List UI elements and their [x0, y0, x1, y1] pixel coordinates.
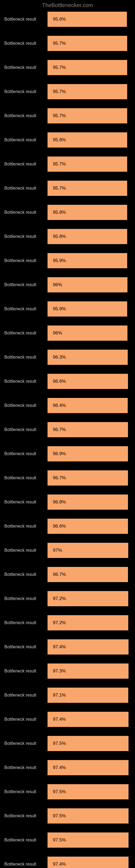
bar: 95.7%	[48, 181, 127, 196]
chart-row: Bottleneck result95.8%	[0, 229, 135, 244]
row-label: Bottleneck result	[4, 669, 48, 674]
row-label: Bottleneck result	[4, 572, 48, 577]
bar-value: 97.4%	[53, 862, 66, 867]
bar: 96.7%	[48, 470, 128, 486]
bar-value: 95.8%	[53, 210, 66, 215]
chart-container: TheBottlenecker.com Bottleneck result95.…	[0, 0, 135, 868]
chart-row: Bottleneck result95.7%	[0, 181, 135, 196]
bar-container: 97.4%	[48, 760, 131, 775]
bar: 96.3%	[48, 350, 128, 365]
row-label: Bottleneck result	[4, 210, 48, 215]
bar-container: 96%	[48, 277, 131, 292]
chart-row: Bottleneck result97.4%	[0, 760, 135, 775]
row-label: Bottleneck result	[4, 282, 48, 287]
chart-row: Bottleneck result95.9%	[0, 253, 135, 268]
bar-value: 95.6%	[53, 17, 66, 22]
bar-container: 97.5%	[48, 736, 131, 751]
bar: 97.4%	[48, 760, 129, 775]
chart-row: Bottleneck result96.6%	[0, 519, 135, 534]
row-label: Bottleneck result	[4, 765, 48, 770]
bar-value: 95.9%	[53, 306, 66, 312]
bar: 96.4%	[48, 398, 128, 413]
chart-row: Bottleneck result96.7%	[0, 567, 135, 582]
bar: 97.3%	[48, 663, 129, 679]
row-label: Bottleneck result	[4, 331, 48, 336]
bar-value: 96.8%	[53, 499, 66, 505]
chart-row: Bottleneck result96.8%	[0, 495, 135, 510]
bar-container: 96.3%	[48, 350, 131, 365]
chart-row: Bottleneck result95.8%	[0, 205, 135, 220]
bar: 95.8%	[48, 132, 127, 148]
bar-container: 95.7%	[48, 108, 131, 123]
chart-row: Bottleneck result95.7%	[0, 84, 135, 99]
chart-row: Bottleneck result96.6%	[0, 374, 135, 389]
bar-value: 95.7%	[53, 113, 66, 119]
bar-value: 97.3%	[53, 669, 66, 674]
bar: 96.8%	[48, 495, 128, 510]
bar-value: 97%	[53, 548, 62, 553]
bar-value: 97.5%	[53, 741, 66, 746]
chart-row: Bottleneck result95.6%	[0, 12, 135, 27]
row-label: Bottleneck result	[4, 596, 48, 601]
bar: 96.9%	[48, 446, 128, 461]
bar: 95.8%	[48, 205, 127, 220]
row-label: Bottleneck result	[4, 645, 48, 649]
row-label: Bottleneck result	[4, 475, 48, 480]
bar: 97.4%	[48, 857, 129, 868]
bar-value: 97.2%	[53, 596, 66, 601]
bar-container: 96.7%	[48, 422, 131, 437]
chart-row: Bottleneck result97%	[0, 543, 135, 558]
bar-value: 97.4%	[53, 644, 66, 650]
bar: 96.6%	[48, 519, 128, 534]
bar-value: 96.9%	[53, 451, 66, 457]
bar: 95.7%	[48, 156, 127, 172]
bar-value: 96%	[53, 282, 62, 287]
chart-row: Bottleneck result97.2%	[0, 591, 135, 606]
bar-container: 97.5%	[48, 784, 131, 799]
bar-container: 97.4%	[48, 857, 131, 868]
bar-container: 95.9%	[48, 301, 131, 316]
bar-value: 96.6%	[53, 524, 66, 529]
row-label: Bottleneck result	[4, 379, 48, 384]
bar-container: 96.8%	[48, 495, 131, 510]
bar-container: 96.6%	[48, 519, 131, 534]
chart-row: Bottleneck result95.9%	[0, 301, 135, 316]
row-label: Bottleneck result	[4, 789, 48, 794]
row-label: Bottleneck result	[4, 162, 48, 166]
bar-value: 97.5%	[53, 837, 66, 843]
bar-container: 97.1%	[48, 688, 131, 703]
bar-value: 97.2%	[53, 620, 66, 625]
bar-container: 95.8%	[48, 205, 131, 220]
row-label: Bottleneck result	[4, 838, 48, 842]
chart-row: Bottleneck result96.7%	[0, 470, 135, 486]
row-label: Bottleneck result	[4, 717, 48, 722]
bar-value: 97.5%	[53, 789, 66, 795]
row-label: Bottleneck result	[4, 693, 48, 698]
bar-value: 95.7%	[53, 161, 66, 167]
row-label: Bottleneck result	[4, 17, 48, 22]
row-label: Bottleneck result	[4, 500, 48, 504]
row-label: Bottleneck result	[4, 427, 48, 432]
bar-value: 96.7%	[53, 427, 66, 432]
chart-row: Bottleneck result95.7%	[0, 36, 135, 51]
bar-value: 97.5%	[53, 813, 66, 818]
bar-container: 96.4%	[48, 398, 131, 413]
bar: 97.2%	[48, 615, 128, 630]
bar-container: 95.7%	[48, 181, 131, 196]
bar: 96.7%	[48, 567, 128, 582]
bar-value: 95.7%	[53, 186, 66, 191]
row-label: Bottleneck result	[4, 862, 48, 867]
bar-value: 95.8%	[53, 137, 66, 143]
bar: 97.5%	[48, 808, 129, 824]
chart-row: Bottleneck result97.4%	[0, 712, 135, 727]
bar-container: 97.5%	[48, 808, 131, 824]
bar: 95.7%	[48, 60, 127, 75]
row-label: Bottleneck result	[4, 741, 48, 746]
bar-container: 97.2%	[48, 591, 131, 606]
chart-row: Bottleneck result97.5%	[0, 784, 135, 799]
bar-container: 95.7%	[48, 84, 131, 99]
chart-row: Bottleneck result97.2%	[0, 615, 135, 630]
chart-row: Bottleneck result97.5%	[0, 833, 135, 848]
bar: 97%	[48, 543, 128, 558]
bar-container: 95.8%	[48, 132, 131, 148]
